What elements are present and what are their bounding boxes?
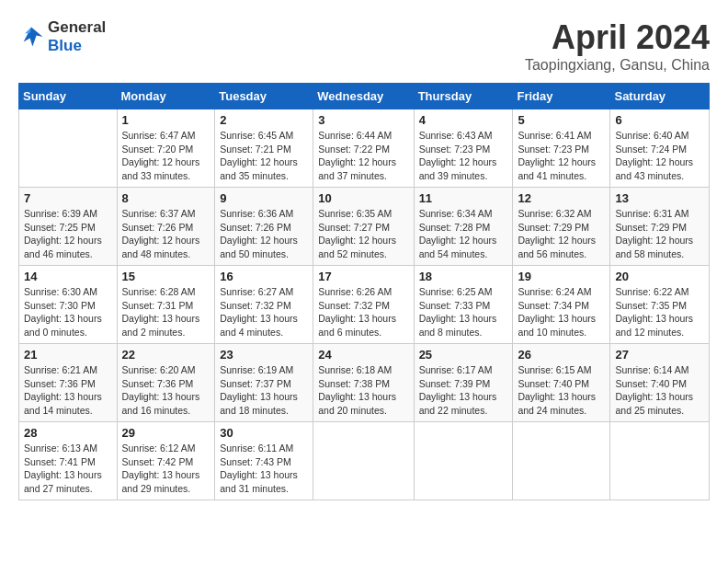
logo-text: General Blue [48,18,106,55]
day-number: 27 [615,348,704,362]
calendar-cell: 14Sunrise: 6:30 AM Sunset: 7:30 PM Dayli… [19,266,118,344]
day-number: 19 [518,270,605,283]
day-info: Sunrise: 6:27 AM Sunset: 7:32 PM Dayligh… [220,285,308,339]
calendar-cell: 11Sunrise: 6:34 AM Sunset: 7:28 PM Dayli… [414,188,513,266]
day-info: Sunrise: 6:14 AM Sunset: 7:40 PM Dayligh… [615,363,704,418]
calendar-cell [313,422,414,500]
page-header: General Blue April 2024 Taopingxiang, Ga… [18,18,710,74]
day-info: Sunrise: 6:25 AM Sunset: 7:33 PM Dayligh… [419,285,508,339]
day-info: Sunrise: 6:13 AM Sunset: 7:41 PM Dayligh… [24,442,112,496]
calendar-cell: 27Sunrise: 6:14 AM Sunset: 7:40 PM Dayli… [610,344,710,422]
calendar-cell: 17Sunrise: 6:26 AM Sunset: 7:32 PM Dayli… [313,266,414,344]
day-number: 13 [615,191,704,205]
day-number: 20 [615,270,704,283]
day-info: Sunrise: 6:37 AM Sunset: 7:26 PM Dayligh… [122,207,210,261]
day-number: 5 [518,113,605,127]
calendar-cell: 7Sunrise: 6:39 AM Sunset: 7:25 PM Daylig… [19,188,118,266]
day-number: 23 [220,348,308,362]
day-info: Sunrise: 6:24 AM Sunset: 7:34 PM Dayligh… [518,285,605,339]
calendar-cell: 3Sunrise: 6:44 AM Sunset: 7:22 PM Daylig… [313,109,414,188]
calendar-cell: 30Sunrise: 6:11 AM Sunset: 7:43 PM Dayli… [215,422,313,500]
calendar-week-row: 14Sunrise: 6:30 AM Sunset: 7:30 PM Dayli… [19,266,710,344]
day-number: 11 [419,191,508,205]
day-number: 2 [220,113,308,127]
calendar-cell: 18Sunrise: 6:25 AM Sunset: 7:33 PM Dayli… [414,266,513,344]
day-info: Sunrise: 6:43 AM Sunset: 7:23 PM Dayligh… [419,129,508,183]
day-number: 18 [419,270,508,283]
day-info: Sunrise: 6:39 AM Sunset: 7:25 PM Dayligh… [24,207,112,261]
calendar-cell: 29Sunrise: 6:12 AM Sunset: 7:42 PM Dayli… [117,422,215,500]
calendar-cell: 9Sunrise: 6:36 AM Sunset: 7:26 PM Daylig… [215,188,313,266]
day-number: 30 [220,426,308,440]
day-info: Sunrise: 6:20 AM Sunset: 7:36 PM Dayligh… [122,363,210,418]
calendar-cell: 8Sunrise: 6:37 AM Sunset: 7:26 PM Daylig… [117,188,215,266]
calendar-table: SundayMondayTuesdayWednesdayThursdayFrid… [18,83,710,500]
title-block: April 2024 Taopingxiang, Gansu, China [525,18,710,74]
day-number: 3 [318,113,408,127]
day-info: Sunrise: 6:45 AM Sunset: 7:21 PM Dayligh… [220,129,308,183]
weekday-header: Friday [513,84,610,109]
day-number: 16 [220,270,308,283]
calendar-cell: 10Sunrise: 6:35 AM Sunset: 7:27 PM Dayli… [313,188,414,266]
weekday-header: Thursday [414,84,513,109]
calendar-cell [610,422,710,500]
location: Taopingxiang, Gansu, China [525,57,710,74]
day-info: Sunrise: 6:44 AM Sunset: 7:22 PM Dayligh… [318,129,408,183]
day-info: Sunrise: 6:34 AM Sunset: 7:28 PM Dayligh… [419,207,508,261]
logo: General Blue [18,18,106,55]
weekday-header: Wednesday [313,84,414,109]
calendar-week-row: 7Sunrise: 6:39 AM Sunset: 7:25 PM Daylig… [19,188,710,266]
day-number: 24 [318,348,408,362]
day-info: Sunrise: 6:31 AM Sunset: 7:29 PM Dayligh… [615,207,704,261]
day-info: Sunrise: 6:41 AM Sunset: 7:23 PM Dayligh… [518,129,605,183]
calendar-cell: 23Sunrise: 6:19 AM Sunset: 7:37 PM Dayli… [215,344,313,422]
day-info: Sunrise: 6:18 AM Sunset: 7:38 PM Dayligh… [318,363,408,418]
day-number: 26 [518,348,605,362]
calendar-cell: 28Sunrise: 6:13 AM Sunset: 7:41 PM Dayli… [19,422,118,500]
calendar-cell: 26Sunrise: 6:15 AM Sunset: 7:40 PM Dayli… [513,344,610,422]
day-info: Sunrise: 6:32 AM Sunset: 7:29 PM Dayligh… [518,207,605,261]
calendar-cell: 4Sunrise: 6:43 AM Sunset: 7:23 PM Daylig… [414,109,513,188]
day-number: 1 [122,113,210,127]
day-info: Sunrise: 6:35 AM Sunset: 7:27 PM Dayligh… [318,207,408,261]
calendar-cell: 24Sunrise: 6:18 AM Sunset: 7:38 PM Dayli… [313,344,414,422]
month-title: April 2024 [525,18,710,57]
calendar-week-row: 28Sunrise: 6:13 AM Sunset: 7:41 PM Dayli… [19,422,710,500]
day-info: Sunrise: 6:22 AM Sunset: 7:35 PM Dayligh… [615,285,704,339]
day-number: 14 [24,270,112,283]
calendar-cell [414,422,513,500]
calendar-cell: 19Sunrise: 6:24 AM Sunset: 7:34 PM Dayli… [513,266,610,344]
day-info: Sunrise: 6:30 AM Sunset: 7:30 PM Dayligh… [24,285,112,339]
weekday-header-row: SundayMondayTuesdayWednesdayThursdayFrid… [19,84,710,109]
day-info: Sunrise: 6:28 AM Sunset: 7:31 PM Dayligh… [122,285,210,339]
weekday-header: Sunday [19,84,118,109]
calendar-cell: 21Sunrise: 6:21 AM Sunset: 7:36 PM Dayli… [19,344,118,422]
day-info: Sunrise: 6:17 AM Sunset: 7:39 PM Dayligh… [419,363,508,418]
calendar-cell: 13Sunrise: 6:31 AM Sunset: 7:29 PM Dayli… [610,188,710,266]
logo-icon [18,24,44,50]
day-number: 10 [318,191,408,205]
calendar-week-row: 21Sunrise: 6:21 AM Sunset: 7:36 PM Dayli… [19,344,710,422]
calendar-cell: 12Sunrise: 6:32 AM Sunset: 7:29 PM Dayli… [513,188,610,266]
day-number: 25 [419,348,508,362]
calendar-week-row: 1Sunrise: 6:47 AM Sunset: 7:20 PM Daylig… [19,109,710,188]
day-number: 6 [615,113,704,127]
day-info: Sunrise: 6:11 AM Sunset: 7:43 PM Dayligh… [220,442,308,496]
day-number: 29 [122,426,210,440]
day-info: Sunrise: 6:36 AM Sunset: 7:26 PM Dayligh… [220,207,308,261]
calendar-cell: 2Sunrise: 6:45 AM Sunset: 7:21 PM Daylig… [215,109,313,188]
day-number: 7 [24,191,112,205]
weekday-header: Saturday [610,84,710,109]
calendar-cell: 5Sunrise: 6:41 AM Sunset: 7:23 PM Daylig… [513,109,610,188]
calendar-cell: 25Sunrise: 6:17 AM Sunset: 7:39 PM Dayli… [414,344,513,422]
calendar-cell: 16Sunrise: 6:27 AM Sunset: 7:32 PM Dayli… [215,266,313,344]
day-number: 28 [24,426,112,440]
day-info: Sunrise: 6:15 AM Sunset: 7:40 PM Dayligh… [518,363,605,418]
day-info: Sunrise: 6:47 AM Sunset: 7:20 PM Dayligh… [122,129,210,183]
calendar-cell: 15Sunrise: 6:28 AM Sunset: 7:31 PM Dayli… [117,266,215,344]
day-number: 22 [122,348,210,362]
weekday-header: Tuesday [215,84,313,109]
calendar-cell: 6Sunrise: 6:40 AM Sunset: 7:24 PM Daylig… [610,109,710,188]
day-info: Sunrise: 6:19 AM Sunset: 7:37 PM Dayligh… [220,363,308,418]
day-number: 4 [419,113,508,127]
